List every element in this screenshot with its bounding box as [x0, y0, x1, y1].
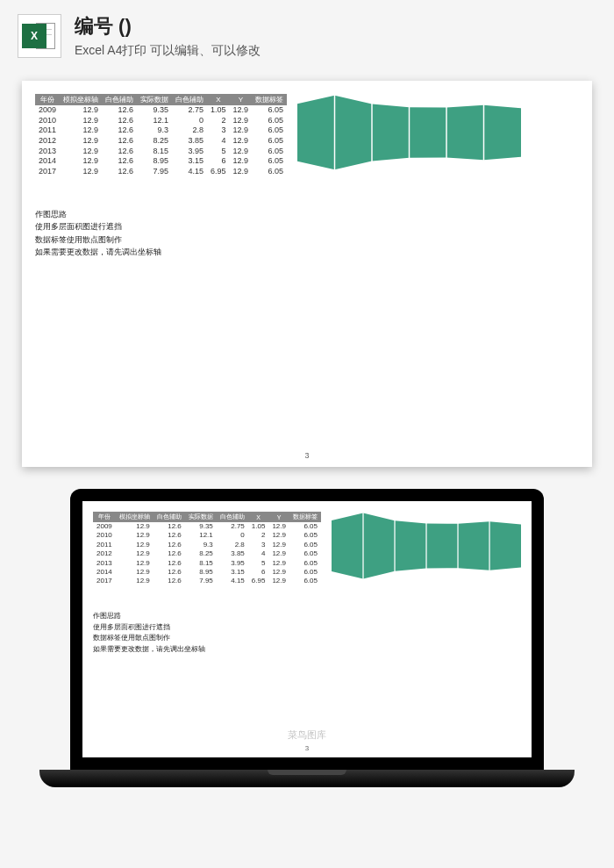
laptop-mockup: 年份模拟坐标轴白色辅助实际数据白色辅助XY数据标签 200912.912.69.… [70, 489, 544, 787]
data-table-laptop: 年份模拟坐标轴白色辅助实际数据白色辅助XY数据标签 200912.912.69.… [93, 512, 321, 586]
table-cell: 4.15 [217, 577, 248, 585]
table-cell: 2.8 [172, 126, 207, 136]
table-cell: 2009 [93, 522, 116, 531]
table-cell: 6 [207, 156, 230, 167]
table-cell: 12.9 [268, 522, 289, 531]
table-cell: 6.05 [252, 167, 287, 177]
header: X 编号 () Excel A4打印 可以编辑、可以修改 [0, 0, 614, 72]
table-cell: 6.05 [252, 116, 287, 126]
table-cell: 2009 [35, 105, 60, 116]
table-cell: 12.9 [268, 568, 289, 577]
table-row: 201012.912.612.10212.96.05 [93, 531, 321, 540]
table-cell: 8.95 [137, 156, 172, 167]
table-cell: 12.9 [230, 147, 253, 157]
table-cell: 12.9 [60, 136, 102, 147]
note-line: 使用多层面积图进行遮挡 [93, 622, 521, 634]
table-cell: 12.9 [230, 167, 253, 177]
table-cell: 2.75 [172, 105, 207, 116]
table-cell: 6.05 [289, 568, 321, 577]
table-cell: 6.05 [289, 522, 321, 531]
table-row: 201312.912.68.153.95512.96.05 [93, 559, 321, 568]
notes-block-laptop: 作图思路 使用多层面积图进行遮挡 数据标签使用散点图制作 如果需要更改数据，请先… [93, 611, 521, 656]
table-header-cell: 数据标签 [289, 512, 321, 522]
table-row: 201212.912.68.253.85412.96.05 [35, 136, 287, 147]
table-cell: 12.9 [230, 126, 253, 136]
table-cell: 12.9 [268, 577, 289, 585]
table-row: 201712.912.67.954.156.9512.96.05 [35, 167, 287, 177]
table-cell: 0 [172, 116, 207, 126]
table-cell: 12.9 [116, 577, 154, 585]
table-header-cell: 模拟坐标轴 [60, 94, 102, 105]
table-cell: 3.85 [172, 136, 207, 147]
table-cell: 2 [207, 116, 230, 126]
table-cell: 2010 [93, 531, 116, 540]
table-cell: 2014 [93, 568, 116, 577]
notes-block: 作图思路 使用多层面积图进行遮挡 数据标签使用散点图制作 如果需要更改数据，请先… [35, 208, 579, 259]
note-line: 数据标签使用散点图制作 [35, 233, 579, 246]
table-cell: 12.9 [268, 531, 289, 540]
table-cell: 12.9 [230, 156, 253, 167]
note-line: 如果需要更改数据，请先调出坐标轴 [35, 246, 579, 258]
table-cell: 6.95 [207, 167, 230, 177]
table-cell: 6.95 [248, 577, 269, 585]
table-cell: 12.6 [102, 116, 137, 126]
table-cell: 3.15 [172, 156, 207, 167]
table-cell: 12.6 [102, 156, 137, 167]
table-cell: 2017 [93, 577, 116, 585]
table-header-cell: 实际数据 [185, 512, 217, 522]
table-cell: 2011 [93, 541, 116, 549]
table-cell: 4 [207, 136, 230, 147]
table-cell: 2010 [35, 116, 60, 126]
table-cell: 12.1 [185, 531, 217, 540]
table-cell: 3.15 [217, 568, 248, 577]
table-header-cell: 白色辅助 [102, 94, 137, 105]
document-preview: 年份模拟坐标轴白色辅助实际数据白色辅助XY数据标签 200912.912.69.… [22, 81, 592, 467]
table-row: 201112.912.69.32.8312.96.05 [35, 126, 287, 136]
note-line: 使用多层面积图进行遮挡 [35, 220, 579, 233]
note-line: 数据标签使用散点图制作 [93, 633, 521, 644]
table-cell: 12.9 [116, 531, 154, 540]
table-cell: 2.8 [217, 541, 248, 549]
table-cell: 2 [248, 531, 269, 540]
table-cell: 12.6 [154, 531, 185, 540]
table-cell: 3 [207, 126, 230, 136]
table-cell: 6.05 [289, 559, 321, 568]
table-header-cell: X [207, 94, 230, 105]
table-cell: 2012 [93, 549, 116, 558]
table-cell: 8.15 [137, 147, 172, 157]
table-cell: 1.05 [248, 522, 269, 531]
table-header-cell: Y [268, 512, 289, 522]
table-cell: 4 [248, 549, 269, 558]
table-header-cell: 实际数据 [137, 94, 172, 105]
table-cell: 12.9 [116, 559, 154, 568]
table-cell: 6.05 [289, 541, 321, 549]
table-row: 200912.912.69.352.751.0512.96.05 [93, 522, 321, 531]
table-header-cell: 白色辅助 [217, 512, 248, 522]
table-cell: 12.9 [60, 105, 102, 116]
note-line: 作图思路 [35, 208, 579, 220]
table-cell: 9.35 [137, 105, 172, 116]
table-cell: 3 [248, 541, 269, 549]
table-cell: 12.9 [116, 522, 154, 531]
table-cell: 2017 [35, 167, 60, 177]
data-table: 年份模拟坐标轴白色辅助实际数据白色辅助XY数据标签 200912.912.69.… [35, 94, 287, 177]
table-cell: 2011 [35, 126, 60, 136]
table-cell: 1.05 [207, 105, 230, 116]
table-cell: 2012 [35, 136, 60, 147]
table-cell: 12.9 [116, 541, 154, 549]
excel-x-icon: X [22, 24, 46, 48]
table-cell: 12.9 [60, 167, 102, 177]
table-header-cell: 模拟坐标轴 [116, 512, 154, 522]
table-header-cell: 数据标签 [252, 94, 287, 105]
table-row: 201212.912.68.253.85412.96.05 [93, 549, 321, 558]
table-header-cell: 白色辅助 [154, 512, 185, 522]
table-cell: 5 [248, 559, 269, 568]
table-cell: 12.6 [154, 522, 185, 531]
table-cell: 2014 [35, 156, 60, 167]
table-cell: 12.9 [60, 116, 102, 126]
table-cell: 8.15 [185, 559, 217, 568]
page-number: 3 [304, 451, 309, 460]
table-row: 201412.912.68.953.15612.96.05 [35, 156, 287, 167]
table-cell: 2.75 [217, 522, 248, 531]
table-header-cell: 白色辅助 [172, 94, 207, 105]
